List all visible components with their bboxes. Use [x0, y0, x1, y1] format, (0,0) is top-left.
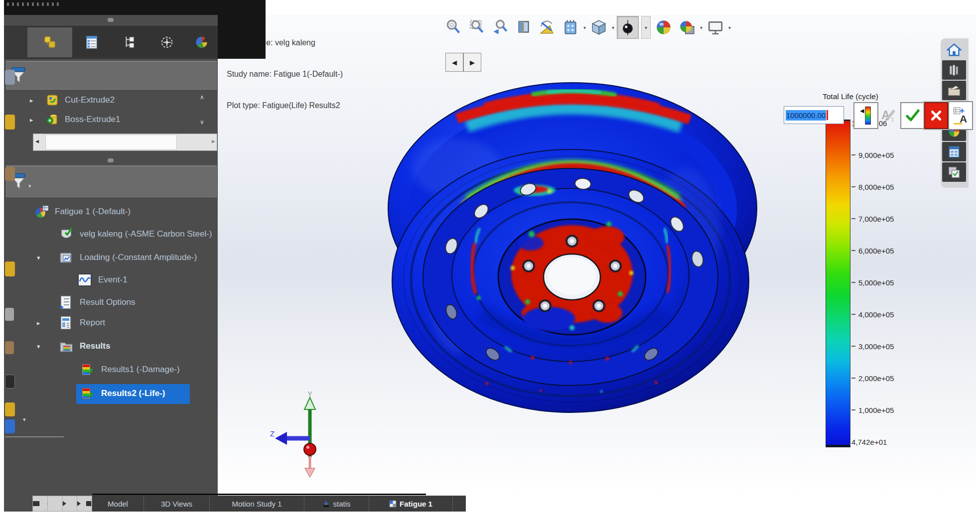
- tree-item-results2-life[interactable]: Results2 (-Life-): [101, 389, 165, 398]
- tab-dimxpertmanager[interactable]: [148, 27, 186, 57]
- view-settings-button[interactable]: [705, 16, 726, 38]
- tree-item-fatigue-study[interactable]: Fatigue 1 (-Default-): [55, 207, 131, 217]
- filter-dropdown-icon[interactable]: ▾: [28, 183, 31, 189]
- view-settings-dropdown[interactable]: ▾: [728, 25, 731, 30]
- reference-triad: Y Z: [269, 390, 349, 484]
- tree-scroll-down-icon[interactable]: ∨: [200, 119, 204, 126]
- panel-splitter-handle[interactable]: [108, 18, 114, 22]
- tab-configurationmanager[interactable]: [111, 27, 149, 57]
- zoom-to-fit-button[interactable]: [443, 16, 464, 38]
- tree-row: ▸ Boss-Extrude1: [4, 111, 218, 128]
- previous-tab-button[interactable]: [48, 496, 63, 511]
- next-tab-button[interactable]: [63, 496, 78, 511]
- tree-item-cut-extrude2[interactable]: Cut-Extrude2: [65, 95, 115, 105]
- view-orientation-button[interactable]: [588, 16, 609, 38]
- result-plot-icon: [81, 363, 94, 377]
- tree-item-part[interactable]: velg kaleng (-ASME Carbon Steel-): [80, 229, 212, 239]
- scroll-tabs-left-button[interactable]: ◀: [445, 53, 463, 72]
- edit-material-dropdown[interactable]: ▾: [583, 25, 586, 30]
- legend-color-scale[interactable]: [826, 120, 850, 447]
- cut-extrude-icon: [46, 94, 59, 107]
- wheel-model-render[interactable]: [382, 79, 767, 415]
- tree-item-event1[interactable]: Event-1: [98, 275, 128, 285]
- home-tab[interactable]: [942, 40, 966, 59]
- x-axis-arrowhead: [305, 468, 315, 477]
- study-name-text: Study name: Fatigue 1(-Default-): [227, 69, 343, 79]
- edit-material-button[interactable]: [560, 16, 581, 38]
- tree-item-results[interactable]: Results: [80, 341, 110, 351]
- document-tab-bar: Model 3D Views Motion Study 1 statis Fat…: [92, 496, 466, 512]
- tree-icon-fragment: [5, 341, 14, 354]
- tab-motion-study-1[interactable]: Motion Study 1: [210, 496, 304, 512]
- expand-collapsed-icon[interactable]: ▸: [37, 319, 40, 327]
- measure-button[interactable]: [537, 16, 558, 38]
- panel-splitter-handle[interactable]: [108, 158, 114, 162]
- tab-fatigue-1[interactable]: Fatigue 1: [369, 496, 453, 512]
- tree-item-boss-extrude1[interactable]: Boss-Extrude1: [65, 115, 121, 125]
- legend-max-value-text: 1000000.00: [786, 110, 826, 121]
- custom-properties-tab[interactable]: [942, 162, 966, 182]
- scrollbar-right-arrow[interactable]: ▸: [212, 137, 215, 145]
- hide-show-items-button[interactable]: [617, 16, 639, 39]
- tree-filter-bar[interactable]: [6, 61, 217, 90]
- tree-scroll-up-icon[interactable]: ∧: [200, 94, 204, 101]
- edit-appearance-button[interactable]: [653, 16, 674, 38]
- expand-expanded-icon[interactable]: ▾: [37, 343, 40, 350]
- loading-folder-icon: [59, 251, 73, 264]
- wheel-rim-geometry: [388, 83, 757, 412]
- boss-extrude-icon: [46, 113, 59, 126]
- apply-scene-button[interactable]: [677, 16, 698, 38]
- study-filter-bar[interactable]: ▾: [6, 165, 217, 197]
- scroll-tabs-right-button[interactable]: ▶: [463, 53, 481, 72]
- expand-collapsed-icon[interactable]: ▸: [30, 97, 33, 104]
- tree-icon-fragment: [5, 308, 14, 321]
- static-study-icon: [322, 500, 330, 508]
- expand-collapsed-icon[interactable]: ▸: [30, 116, 33, 124]
- tree-item-loading[interactable]: Loading (-Constant Amplitude-): [80, 253, 197, 263]
- legend-max-value-input[interactable]: 1000000.00: [784, 106, 844, 124]
- chart-position-icon: [858, 106, 873, 126]
- tab-bar-top-border: [92, 494, 426, 495]
- legend-tick: 6,000e+05: [851, 246, 941, 255]
- propertymanager-icon: [84, 35, 99, 50]
- section-view-button[interactable]: [513, 16, 534, 38]
- design-library-tab[interactable]: [942, 81, 966, 100]
- expand-expanded-icon[interactable]: ▾: [37, 254, 40, 262]
- tree-item-result-options[interactable]: Result Options: [80, 297, 136, 307]
- view-palette-tab[interactable]: [942, 142, 966, 161]
- legend-tick: 2,000e+05: [851, 374, 941, 383]
- zoom-to-area-button[interactable]: [466, 16, 487, 38]
- tree-item-results1-damage[interactable]: Results1 (-Damage-): [101, 365, 180, 375]
- tab-featuremanager[interactable]: [27, 27, 73, 57]
- ok-button[interactable]: [900, 102, 925, 129]
- tree-row: ▾ Loading (-Constant Amplitude-): [4, 249, 218, 266]
- tab-model[interactable]: Model: [92, 496, 144, 512]
- tree-icon-fragment: [5, 375, 15, 389]
- tree-icon-fragment: [5, 262, 15, 276]
- first-tab-button[interactable]: [33, 496, 48, 511]
- tab-displaymanager[interactable]: [185, 27, 218, 57]
- scrollbar-thumb[interactable]: [45, 134, 177, 150]
- format-number-button[interactable]: A: [948, 101, 973, 130]
- last-tab-button[interactable]: [77, 496, 92, 511]
- tab-3d-views[interactable]: 3D Views: [144, 496, 210, 512]
- tab-statis[interactable]: statis: [304, 496, 369, 512]
- tab-scroll-arrows: ◀ ▶: [445, 53, 481, 72]
- cancel-button[interactable]: [924, 102, 948, 129]
- tree-horizontal-scrollbar[interactable]: ◂ ▸: [33, 133, 217, 151]
- solidworks-resources-tab[interactable]: [942, 60, 966, 80]
- previous-view-button[interactable]: [490, 16, 511, 38]
- tab-propertymanager[interactable]: [72, 27, 111, 57]
- hide-show-items-icon: [619, 19, 636, 36]
- tree-item-report[interactable]: Report: [80, 318, 105, 328]
- apply-scene-dropdown[interactable]: ▾: [700, 25, 702, 30]
- view-orientation-dropdown[interactable]: ▾: [612, 25, 614, 30]
- report-doc-icon: [59, 315, 73, 330]
- flyout-arrow-icon[interactable]: ▾: [23, 416, 26, 423]
- graphics-viewport[interactable]: Model name: velg kaleng Study name: Fati…: [218, 15, 976, 496]
- chart-position-button[interactable]: [853, 102, 878, 129]
- results-folder-icon: [59, 339, 74, 353]
- scrollbar-left-arrow[interactable]: ◂: [35, 137, 39, 145]
- tree-icon-fragment: [5, 167, 15, 181]
- hide-show-items-dropdown[interactable]: ▾: [641, 16, 651, 39]
